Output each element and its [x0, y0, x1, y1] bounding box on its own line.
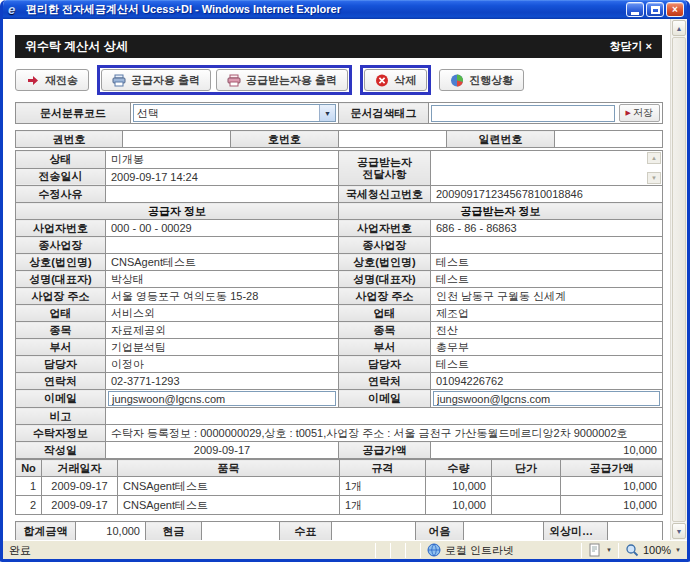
resend-arrow-icon	[26, 74, 40, 87]
modify-reason-value	[106, 186, 339, 203]
note-value	[464, 522, 544, 541]
caret-down-icon: ▼	[606, 547, 612, 553]
modify-reason-label: 수정사유	[16, 186, 106, 203]
serial-label: 일련번호	[447, 131, 555, 148]
table-row: 종사업장종사업장	[16, 237, 663, 254]
supplier-email-input[interactable]	[108, 391, 336, 406]
delete-button[interactable]: 삭제	[364, 69, 427, 91]
trustee-info-label: 수탁자정보	[16, 425, 106, 442]
recipient-email-input[interactable]	[433, 391, 660, 406]
scroll-up-button[interactable]: ▲	[672, 20, 686, 36]
table-row: 사업장 주소서울 영등포구 여의도동 15-28사업장 주소인천 남동구 구월동…	[16, 288, 663, 305]
status-text: 완료	[3, 541, 375, 559]
search-tag-input[interactable]	[431, 105, 615, 122]
check-value	[332, 522, 416, 541]
printer-icon	[112, 74, 126, 87]
vertical-scrollbar[interactable]: ▲ ▼	[670, 19, 687, 540]
serial-value	[555, 131, 663, 148]
textarea-scrollbar: ▲ ▼	[647, 152, 661, 184]
globe-icon	[427, 543, 441, 557]
progress-button[interactable]: 진행상황	[439, 69, 524, 91]
print-recipient-button[interactable]: 공급받는자용 출력	[216, 69, 348, 91]
window-title: 편리한 전자세금계산서 Ucess+DI - Windows Internet …	[26, 2, 626, 17]
scroll-up-icon: ▲	[676, 25, 683, 32]
status-value: 미개봉	[106, 151, 339, 169]
save-tag-button[interactable]: ▶ 저장	[619, 104, 660, 122]
remark-label: 비고	[16, 408, 106, 425]
minimize-button[interactable]	[626, 2, 644, 17]
total-amount-label: 합계금액	[16, 522, 76, 541]
trustee-info-value: 수탁자 등록정보 : 0000000029,상호 : t0051,사업장 주소 …	[106, 425, 663, 442]
print-supplier-button[interactable]: 공급자용 출력	[101, 69, 211, 91]
close-icon: ×	[672, 5, 678, 15]
minimize-icon	[631, 12, 639, 15]
note-label: 어음	[416, 522, 464, 541]
write-date-value: 2009-09-17	[106, 442, 339, 459]
doc-class-select[interactable]: 선택 ▼	[133, 104, 336, 122]
remark-value	[106, 408, 663, 425]
cash-label: 현금	[146, 522, 202, 541]
recipient-note-textarea[interactable]: ▲ ▼	[432, 152, 661, 184]
internet-explorer-icon: e	[8, 3, 22, 17]
credit-value	[608, 522, 663, 541]
magnifier-icon	[625, 543, 639, 557]
browser-window: e 편리한 전자세금계산서 Ucess+DI - Windows Interne…	[0, 0, 690, 562]
printer-icon	[227, 74, 241, 87]
recipient-section-header: 공급받는자 정보	[339, 203, 663, 220]
table-row: 사업자번호000 - 00 - 00029사업자번호686 - 86 - 868…	[16, 220, 663, 237]
close-page-link[interactable]: 창닫기 ×	[610, 39, 652, 54]
doc-class-table: 문서분류코드 선택 ▼ 문서검색태그 ▶ 저장	[15, 102, 663, 124]
window-body: 위수탁 계산서 상세 창닫기 × 재전송 공급자용 출력 공급받는자용 출력	[3, 19, 687, 559]
protected-mode-button[interactable]: ▼	[582, 541, 618, 559]
detail-table: 상태 미개봉 공급받는자 전달사항 ▲ ▼ 전송일시 2009-	[15, 150, 663, 459]
col-no: No	[16, 460, 42, 477]
scroll-up-icon[interactable]: ▲	[647, 152, 661, 164]
zoom-control[interactable]: 100% ▼	[619, 541, 687, 559]
print-buttons-highlight-box: 공급자용 출력 공급받는자용 출력	[97, 65, 352, 95]
title-bar: e 편리한 전자세금계산서 Ucess+DI - Windows Interne…	[3, 0, 687, 19]
scroll-down-icon[interactable]: ▼	[647, 172, 661, 184]
resend-button[interactable]: 재전송	[15, 69, 89, 91]
table-row: 업태서비스외업태제조업	[16, 305, 663, 322]
nts-number-value: 200909171234567810018846	[431, 186, 663, 203]
doc-class-label: 문서분류코드	[16, 103, 131, 124]
delete-button-highlight-box: 삭제	[360, 65, 431, 95]
caret-down-icon: ▼	[675, 547, 681, 553]
security-zone-label: 로컬 인트라넷	[445, 543, 514, 558]
scrollbar-thumb[interactable]	[672, 37, 686, 522]
write-date-label: 작성일	[16, 442, 106, 459]
table-row: 담당자이정아담당자테스트	[16, 356, 663, 373]
save-arrow-icon: ▶	[626, 109, 631, 117]
table-row: 이메일 이메일	[16, 390, 663, 408]
search-tag-label: 문서검색태그	[339, 103, 429, 124]
supplier-section-header: 공급자 정보	[16, 203, 339, 220]
summary-table: 합계금액 10,000 현금 수표 어음 외상미수금	[15, 521, 663, 540]
scroll-down-icon: ▼	[676, 528, 683, 535]
page-content: 위수탁 계산서 상세 창닫기 × 재전송 공급자용 출력 공급받는자용 출력	[3, 19, 670, 540]
sent-datetime-label: 전송일시	[16, 168, 106, 186]
table-row: 성명(대표자)박상태성명(대표자)테스트	[16, 271, 663, 288]
close-button[interactable]: ×	[666, 2, 684, 17]
ho-value	[339, 131, 447, 148]
scroll-down-button[interactable]: ▼	[672, 523, 686, 539]
toolbar: 재전송 공급자용 출력 공급받는자용 출력 삭제	[15, 65, 662, 95]
col-amount: 공급가액	[561, 460, 663, 477]
maximize-icon	[651, 6, 660, 14]
supply-amount-label: 공급가액	[339, 442, 431, 459]
kwon-value	[123, 131, 231, 148]
col-unit-price: 단가	[492, 460, 561, 477]
col-date: 거래일자	[42, 460, 118, 477]
col-qty: 수량	[426, 460, 492, 477]
table-row: 종목자료제공외종목전산	[16, 322, 663, 339]
maximize-button[interactable]	[646, 2, 664, 17]
supply-amount-value: 10,000	[431, 442, 663, 459]
items-table: No 거래일자 품목 규격 수량 단가 공급가액 1 2009-09-17 CN…	[15, 459, 663, 515]
chevron-down-icon[interactable]: ▼	[319, 105, 335, 121]
item-row: 1 2009-09-17 CNSAgent테스트 1개 10,000 10,00…	[16, 477, 663, 496]
col-spec: 규격	[340, 460, 426, 477]
total-amount-value: 10,000	[76, 522, 146, 541]
table-row: 연락처02-3771-1293연락처01094226762	[16, 373, 663, 390]
check-label: 수표	[280, 522, 332, 541]
table-row: 부서기업분석팀부서총무부	[16, 339, 663, 356]
nts-number-label: 국세청신고번호	[339, 186, 431, 203]
